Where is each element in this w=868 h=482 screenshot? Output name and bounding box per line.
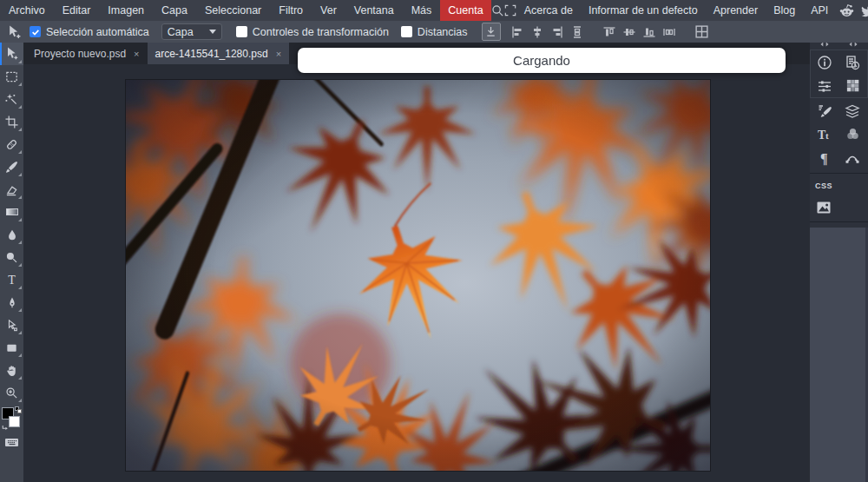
transform-controls-label: Controles de transformación (253, 26, 389, 38)
align-h-center-icon[interactable] (529, 23, 546, 41)
place-image-icon[interactable] (482, 23, 501, 41)
paths-panel-icon[interactable] (838, 146, 866, 169)
fullscreen-icon[interactable] (504, 0, 516, 21)
photo-maple-leaves (126, 80, 710, 471)
search-icon[interactable] (491, 0, 504, 21)
swap-colors-icon[interactable] (2, 422, 9, 434)
menu-blog[interactable]: Blog (766, 0, 803, 21)
distribute-vertical-icon[interactable] (569, 23, 586, 41)
history-panel-icon[interactable] (838, 50, 866, 74)
align-v-center-icon[interactable] (621, 23, 638, 41)
swatches-panel-icon[interactable] (838, 74, 866, 97)
tool-brush[interactable] (0, 155, 23, 178)
chevron-down-icon (209, 30, 216, 37)
menu-seleccionar[interactable]: Seleccionar (196, 0, 270, 21)
tool-gradient[interactable] (0, 201, 23, 223)
tool-direct-select[interactable] (0, 314, 23, 336)
menu-aprender[interactable]: Aprender (706, 0, 766, 21)
menu-archivo[interactable]: Archivo (0, 0, 54, 21)
paragraph-panel-icon[interactable]: ¶ (811, 146, 838, 169)
tab-arce-1415541[interactable]: arce-1415541_1280.psd × (148, 43, 290, 64)
distribute-horizontal-icon[interactable] (661, 23, 678, 41)
tab-label: Proyecto nuevo.psd (34, 48, 126, 60)
info-panel-icon[interactable] (811, 50, 838, 74)
background-color-swatch[interactable] (9, 416, 20, 427)
tab-label: arce-1415541_1280.psd (155, 48, 268, 60)
loading-text: Cargando (513, 53, 570, 68)
target-select[interactable]: Capa (161, 23, 222, 40)
twitter-icon[interactable] (857, 0, 868, 21)
tool-move[interactable] (0, 43, 23, 65)
right-sidebar: Tt ¶ CSS (810, 39, 868, 482)
tool-dodge[interactable] (0, 246, 23, 268)
transform-controls-checkbox[interactable] (236, 26, 247, 37)
collapsed-panel-area (810, 228, 865, 482)
menu-capa[interactable]: Capa (153, 0, 196, 21)
menu-cuenta[interactable]: Cuenta (440, 0, 490, 21)
adjustments-panel-icon[interactable] (811, 74, 838, 97)
css-panel-icon[interactable]: CSS (810, 176, 838, 195)
distances-label: Distancias (418, 26, 468, 38)
tool-blur[interactable] (0, 223, 23, 246)
tool-magic-wand[interactable] (0, 88, 23, 110)
align-right-icon[interactable] (549, 23, 566, 41)
reddit-icon[interactable] (836, 0, 857, 21)
menubar-right: Acerca de Informar de un defecto Aprende… (516, 0, 868, 21)
canvas-document[interactable] (126, 80, 710, 471)
close-icon[interactable]: × (134, 49, 139, 59)
options-bar: Selección automática Capa Controles de t… (0, 21, 868, 43)
menu-ventana[interactable]: Ventana (345, 0, 403, 21)
image-panel-icon[interactable] (810, 195, 838, 219)
align-bottom-icon[interactable] (641, 23, 658, 41)
tool-spot-healing[interactable] (0, 133, 23, 155)
keyboard-toggle-icon[interactable] (5, 439, 18, 446)
tool-hand[interactable] (0, 359, 23, 381)
svg-text:t: t (825, 130, 829, 141)
tool-rectangle-select[interactable] (0, 65, 23, 88)
menu-mas[interactable]: Más (403, 0, 441, 21)
svg-text:T: T (8, 274, 16, 287)
menu-filtro[interactable]: Filtro (270, 0, 312, 21)
tab-proyecto-nuevo[interactable]: Proyecto nuevo.psd × (26, 43, 148, 64)
brush-settings-panel-icon[interactable] (811, 99, 838, 122)
close-icon[interactable]: × (276, 49, 281, 59)
tool-eraser[interactable] (0, 178, 23, 201)
tool-zoom[interactable] (0, 381, 23, 404)
auto-select-label: Selección automática (46, 26, 149, 38)
target-select-value: Capa (168, 26, 194, 38)
menu-api[interactable]: API (803, 0, 836, 21)
menu-ver[interactable]: Ver (312, 0, 345, 21)
tool-type[interactable]: T (0, 268, 23, 291)
tool-pen[interactable] (0, 291, 23, 314)
move-tool-options-icon (3, 23, 24, 42)
toolbar: T (0, 43, 23, 482)
loading-toast: Cargando (298, 48, 786, 73)
layers-panel-icon[interactable] (838, 99, 866, 122)
character-panel-icon[interactable]: Tt (811, 122, 838, 146)
align-top-icon[interactable] (602, 23, 618, 41)
align-left-icon[interactable] (510, 23, 526, 41)
tool-rectangle-shape[interactable] (0, 336, 23, 359)
auto-select-checkbox[interactable] (30, 26, 41, 37)
menubar: Archivo Editar Imagen Capa Seleccionar F… (0, 0, 868, 21)
distances-checkbox[interactable] (401, 26, 412, 37)
color-swatches[interactable] (0, 406, 23, 433)
tool-crop[interactable] (0, 110, 23, 133)
grid-layout-icon[interactable] (694, 23, 710, 41)
menu-acerca-de[interactable]: Acerca de (516, 0, 581, 21)
channels-panel-icon[interactable] (838, 122, 866, 146)
menu-informar-defecto[interactable]: Informar de un defecto (581, 0, 706, 21)
menu-imagen[interactable]: Imagen (99, 0, 153, 21)
menu-editar[interactable]: Editar (54, 0, 100, 21)
svg-text:¶: ¶ (820, 151, 828, 166)
